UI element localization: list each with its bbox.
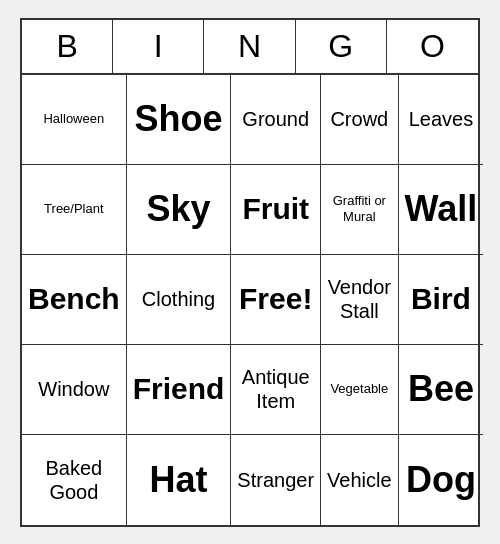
bingo-cell: Dog — [399, 435, 484, 525]
bingo-cell: Leaves — [399, 75, 484, 165]
bingo-cell: Bird — [399, 255, 484, 345]
cell-text: Free! — [239, 281, 312, 317]
bingo-card: BINGO HalloweenShoeGroundCrowdLeavesTree… — [20, 18, 480, 527]
cell-text: Dog — [406, 458, 476, 501]
bingo-cell: Wall — [399, 165, 484, 255]
cell-text: Stranger — [237, 468, 314, 492]
cell-text: Antique Item — [237, 365, 314, 413]
cell-text: Ground — [242, 107, 309, 131]
bingo-cell: Tree/Plant — [22, 165, 127, 255]
bingo-cell: Bench — [22, 255, 127, 345]
cell-text: Sky — [146, 187, 210, 230]
bingo-cell: Fruit — [231, 165, 321, 255]
cell-text: Bee — [408, 367, 474, 410]
bingo-grid: HalloweenShoeGroundCrowdLeavesTree/Plant… — [22, 75, 478, 525]
bingo-cell: Vehicle — [321, 435, 399, 525]
cell-text: Vehicle — [327, 468, 392, 492]
cell-text: Graffiti or Mural — [327, 193, 392, 224]
bingo-cell: Free! — [231, 255, 321, 345]
bingo-cell: Sky — [127, 165, 232, 255]
cell-text: Halloween — [43, 111, 104, 127]
bingo-cell: Ground — [231, 75, 321, 165]
bingo-cell: Halloween — [22, 75, 127, 165]
bingo-cell: Shoe — [127, 75, 232, 165]
bingo-header: BINGO — [22, 20, 478, 75]
cell-text: Vegetable — [330, 381, 388, 397]
cell-text: Hat — [150, 458, 208, 501]
bingo-cell: Hat — [127, 435, 232, 525]
cell-text: Window — [38, 377, 109, 401]
cell-text: Wall — [405, 187, 478, 230]
cell-text: Friend — [133, 371, 225, 407]
bingo-cell: Window — [22, 345, 127, 435]
cell-text: Shoe — [135, 97, 223, 140]
bingo-cell: Vegetable — [321, 345, 399, 435]
header-letter: I — [113, 20, 204, 73]
bingo-cell: Baked Good — [22, 435, 127, 525]
cell-text: Bird — [411, 281, 471, 317]
cell-text: Clothing — [142, 287, 215, 311]
bingo-cell: Bee — [399, 345, 484, 435]
bingo-cell: Antique Item — [231, 345, 321, 435]
cell-text: Tree/Plant — [44, 201, 104, 217]
header-letter: B — [22, 20, 113, 73]
cell-text: Leaves — [409, 107, 474, 131]
bingo-cell: Vendor Stall — [321, 255, 399, 345]
bingo-cell: Crowd — [321, 75, 399, 165]
cell-text: Fruit — [242, 191, 309, 227]
cell-text: Baked Good — [28, 456, 120, 504]
header-letter: O — [387, 20, 478, 73]
bingo-cell: Clothing — [127, 255, 232, 345]
bingo-cell: Friend — [127, 345, 232, 435]
bingo-cell: Stranger — [231, 435, 321, 525]
cell-text: Vendor Stall — [327, 275, 392, 323]
cell-text: Crowd — [330, 107, 388, 131]
header-letter: G — [296, 20, 387, 73]
bingo-cell: Graffiti or Mural — [321, 165, 399, 255]
header-letter: N — [204, 20, 295, 73]
cell-text: Bench — [28, 281, 120, 317]
